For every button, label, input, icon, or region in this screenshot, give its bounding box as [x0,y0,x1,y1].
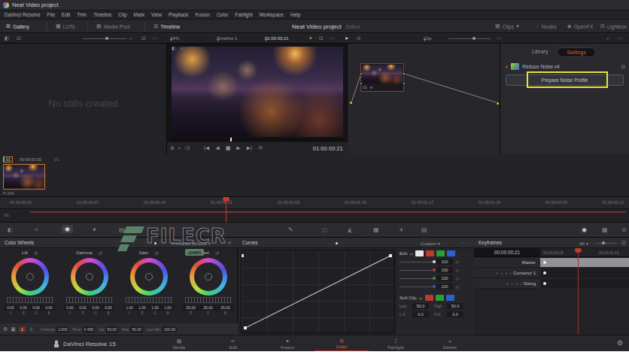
adjustment-value[interactable]: 50.00 [106,326,119,332]
nodes-button[interactable]: ∴ Nodes [536,20,557,33]
reset-icon[interactable]: ↺ [154,250,158,256]
clip-mode-select[interactable]: Clip ▾ [424,35,431,41]
lift-g-value[interactable]: 0.00 [30,305,42,311]
viewer-timecode[interactable]: 01:00:00:21 ▾ [265,35,289,41]
plugin-remove-icon[interactable]: ⊟ [621,64,625,70]
more-icon[interactable]: ⋯ [152,35,157,41]
play-button[interactable]: ▶ [236,145,240,151]
search-icon[interactable]: ⌕ [129,35,132,41]
luts-button[interactable]: ▦ LUTs [56,20,75,33]
tab-fairlight[interactable]: ♪ Fairlight [369,335,423,352]
more-icon[interactable]: ⋯ [497,35,502,41]
gallery-strip-icon[interactable]: ▦ [602,226,608,233]
crosshair-icon[interactable]: ⌖ [181,45,183,51]
gain-wheel[interactable] [130,258,168,296]
keyframes-zoom-handle[interactable] [602,241,605,244]
viewer-zoom-select[interactable]: 24% ▾ [170,35,179,41]
low-value[interactable]: 50.0 [412,303,429,309]
gamma-b-value[interactable]: 0.00 [102,305,114,311]
chevron-down-icon[interactable]: ▾ [178,146,181,150]
bars-icon[interactable]: ▤ [119,226,125,233]
softclip-b-button[interactable] [446,295,454,301]
node-output-port[interactable] [496,102,500,105]
adjustment-value[interactable]: 0.435 [83,326,96,332]
go-to-start-button[interactable]: |◀ [204,145,210,151]
tab-deliver[interactable]: » Deliver [423,335,477,352]
ab-compare-icon[interactable]: ▣ [11,326,16,332]
keyframe-row-corrector1[interactable]: • ∩ • › Corrector 1 [474,268,629,278]
more-icon[interactable]: ⋯ [460,240,466,246]
keyframes-playhead-line[interactable] [578,248,579,335]
go-to-end-button[interactable]: ▶| [247,145,253,151]
menu-davinci-resolve[interactable]: DaVinci Resolve [5,12,41,17]
menu-timeline[interactable]: Timeline [93,12,111,17]
timeline-select[interactable]: Timeline 1 ▾ [217,35,237,41]
reset-icon[interactable]: ↺ [34,250,38,256]
tab-edit[interactable]: ✂ Edit [206,335,260,352]
menu-clip[interactable]: Clip [118,12,126,17]
step-back-button[interactable]: ◀ [215,145,219,151]
hdr-wheels-icon[interactable]: ✦ [92,226,97,233]
gamma-r-value[interactable]: 0.00 [77,305,89,311]
channel-r-button[interactable] [426,250,434,256]
wipe-mode-icon[interactable]: ◧ [172,45,176,50]
camera-raw-icon[interactable]: ◐ [8,226,13,233]
gallery-zoom-slider[interactable] [83,38,126,39]
curves-tool-icon[interactable]: ✎ [288,226,293,233]
keyframes-ruler[interactable]: 00:00:00:08 00:00:01:16 [540,248,629,257]
search-icon[interactable]: ⌕ [606,35,609,41]
menu-fairlight[interactable]: Fairlight [235,12,252,17]
gamma-wheel[interactable] [71,258,108,296]
wheels-page-1[interactable]: 1 [19,326,26,332]
menu-workspace[interactable]: Workspace [260,12,284,17]
stop-button[interactable]: ■ [226,145,231,151]
timeline-clip-bar[interactable] [30,211,626,221]
playhead-line[interactable] [226,197,226,223]
b-gain-slider[interactable] [400,287,434,287]
link-icon[interactable]: ∞ [409,251,413,256]
lift-r-value[interactable]: 0.00 [17,305,29,311]
openfx-button[interactable]: ◈ OpenFX [567,20,593,33]
expand-icon[interactable]: ⊡ [319,35,323,41]
offset-b-value[interactable]: 25.00 [217,305,234,311]
keyframe-row-master[interactable]: Master [474,257,629,268]
scopes-icon[interactable]: ◉ [582,226,587,233]
reset-icon[interactable]: ↺ [455,259,459,265]
y-gain-slider[interactable] [400,262,434,262]
tab-media[interactable]: ▤ Media [152,335,206,352]
corrector-node[interactable]: 01 ⊛ [360,63,404,92]
node-key-input[interactable] [360,82,363,85]
high-value[interactable]: 50.0 [447,303,463,309]
menu-view[interactable]: View [151,12,162,17]
media-pool-button[interactable]: ▤ Media Pool [96,20,130,33]
gain-master-slider[interactable] [126,297,172,303]
node-rgb-output[interactable] [403,72,406,75]
wand-icon[interactable]: ✦ [308,35,312,41]
link-icon[interactable]: ∞ [419,296,423,301]
y-gain-value[interactable]: 100 [436,259,453,265]
menu-color[interactable]: Color [217,12,229,17]
key-tool-icon[interactable]: ▤ [421,226,427,233]
offset-r-value[interactable]: 25.00 [183,305,199,311]
ls-value[interactable]: 0.0 [412,311,429,317]
sizing-icon[interactable]: ⌗ [35,226,38,234]
r-gain-slider[interactable] [400,270,434,271]
gain-b-value[interactable]: 1.00 [162,305,174,311]
window-tool-icon[interactable]: ◭ [348,226,352,233]
hand-tool-icon[interactable]: ⊙ [357,35,360,41]
info-icon[interactable]: ⊙ [621,226,627,233]
channel-y-button[interactable] [415,250,424,256]
curves-mode-select[interactable]: Custom ▾ [421,240,440,247]
grab-still-icon[interactable]: ⊛ [170,145,175,151]
more-icon[interactable]: ⋯ [330,35,335,41]
node-rgb-input[interactable] [360,72,363,75]
tab-fusion[interactable]: ✦ Fusion [260,335,314,352]
split-mode-icon[interactable]: ⊡ [17,35,20,41]
gain-g-value[interactable]: 1.00 [149,305,161,311]
offset-wheel[interactable] [190,258,227,296]
cursor-tool-icon[interactable]: ➤ [345,35,348,41]
r-gain-value[interactable]: 100 [436,267,453,273]
lift-wheel[interactable] [11,258,49,296]
blur-tool-icon[interactable]: + [399,226,404,233]
reset-icon[interactable]: ↺ [455,276,459,281]
